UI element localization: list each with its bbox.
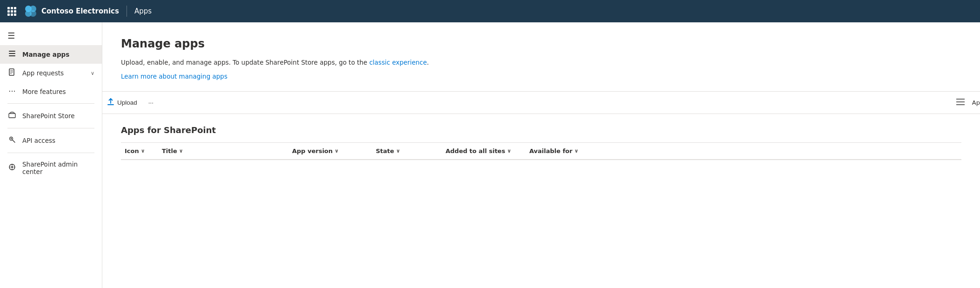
table-section: Apps for SharePoint Icon ∨ Title ∨ App v… [121, 114, 961, 160]
app-requests-icon [7, 68, 17, 78]
description-end: . [427, 59, 429, 66]
table-container: Apps for SharePoint Icon ∨ Title ∨ App v… [102, 114, 980, 160]
th-icon[interactable]: Icon ∨ [121, 147, 158, 154]
page-title: Manage apps [121, 37, 961, 50]
sort-icon-version: ∨ [334, 148, 339, 154]
svg-rect-5 [9, 53, 15, 54]
api-access-icon [7, 136, 17, 145]
svg-point-3 [30, 10, 36, 17]
upload-icon [107, 98, 114, 107]
org-logo[interactable]: Contoso Electronics [24, 4, 119, 18]
logo-icon [24, 4, 38, 18]
svg-point-16 [11, 166, 13, 168]
waffle-icon [7, 7, 16, 16]
svg-point-14 [11, 138, 12, 140]
app-title: Apps [134, 7, 152, 15]
th-state[interactable]: State ∨ [372, 147, 442, 154]
more-actions-button[interactable]: ··· [144, 96, 158, 109]
th-title[interactable]: Title ∨ [158, 147, 288, 154]
description-text: Upload, enable, and manage apps. To upda… [121, 58, 961, 67]
sidebar-item-label: SharePoint admin center [22, 161, 94, 175]
th-state-label: State [376, 147, 394, 154]
sidebar-item-more-features[interactable]: ··· More features [0, 82, 102, 100]
sharepoint-admin-center-icon [7, 163, 17, 173]
th-title-label: Title [162, 147, 177, 154]
sort-icon-available: ∨ [574, 148, 579, 154]
sharepoint-store-icon [7, 111, 17, 121]
th-app-version[interactable]: App version ∨ [288, 147, 372, 154]
waffle-button[interactable] [6, 5, 18, 18]
more-actions-icon: ··· [148, 99, 153, 106]
more-features-icon: ··· [7, 87, 17, 96]
svg-line-13 [13, 140, 15, 143]
sidebar-item-label: Manage apps [22, 51, 94, 58]
toolbar-right: Ap [953, 97, 980, 109]
svg-rect-4 [9, 51, 15, 52]
classic-experience-link[interactable]: classic experience [369, 59, 427, 66]
th-added-label: Added to all sites [446, 147, 505, 154]
table-section-title: Apps for SharePoint [121, 125, 961, 135]
table-header: Icon ∨ Title ∨ App version ∨ State ∨ [121, 142, 961, 160]
upload-label: Upload [117, 99, 137, 106]
sidebar: ☰ Manage apps App request [0, 22, 102, 288]
sidebar-item-sharepoint-admin-center[interactable]: SharePoint admin center [0, 156, 102, 180]
content-area: Manage apps Upload, enable, and manage a… [102, 22, 980, 288]
th-icon-label: Icon [125, 147, 139, 154]
upload-button[interactable]: Upload [102, 95, 142, 110]
th-available-label: Available for [529, 147, 573, 154]
chevron-down-icon: ∨ [91, 70, 94, 76]
th-version-label: App version [292, 147, 333, 154]
th-available-for[interactable]: Available for ∨ [526, 147, 600, 154]
sidebar-item-label: More features [22, 88, 94, 95]
toolbar: Upload ··· Ap [102, 91, 980, 114]
sidebar-item-sharepoint-store[interactable]: SharePoint Store [0, 107, 102, 125]
view-toggle-button[interactable] [953, 97, 968, 109]
sidebar-item-label: App requests [22, 69, 85, 77]
sort-icon-state: ∨ [396, 148, 400, 154]
main-layout: ☰ Manage apps App request [0, 22, 980, 288]
sort-icon-added: ∨ [507, 148, 511, 154]
svg-rect-6 [9, 55, 15, 56]
sidebar-divider-2 [7, 128, 94, 128]
description-prefix: Upload, enable, and manage apps. To upda… [121, 59, 367, 66]
th-added-to-all-sites[interactable]: Added to all sites ∨ [442, 147, 526, 154]
sort-icon-title: ∨ [179, 148, 183, 154]
top-bar: Contoso Electronics Apps [0, 0, 980, 22]
hamburger-icon: ☰ [7, 31, 15, 40]
sidebar-divider-1 [7, 103, 94, 104]
org-name: Contoso Electronics [41, 7, 119, 15]
view-label: Ap [972, 99, 980, 106]
manage-apps-icon [7, 50, 17, 59]
content-inner: Manage apps Upload, enable, and manage a… [102, 22, 980, 91]
learn-more-link[interactable]: Learn more about managing apps [121, 73, 227, 80]
top-bar-divider [127, 6, 127, 17]
sidebar-item-label: SharePoint Store [22, 112, 94, 120]
sidebar-divider-3 [7, 153, 94, 153]
hamburger-button[interactable]: ☰ [0, 26, 102, 45]
sort-icon-icon: ∨ [141, 148, 145, 154]
svg-rect-11 [9, 114, 15, 118]
sidebar-item-label: API access [22, 137, 94, 144]
sidebar-item-app-requests[interactable]: App requests ∨ [0, 64, 102, 82]
sidebar-item-manage-apps[interactable]: Manage apps [0, 45, 102, 64]
sidebar-item-api-access[interactable]: API access [0, 131, 102, 150]
